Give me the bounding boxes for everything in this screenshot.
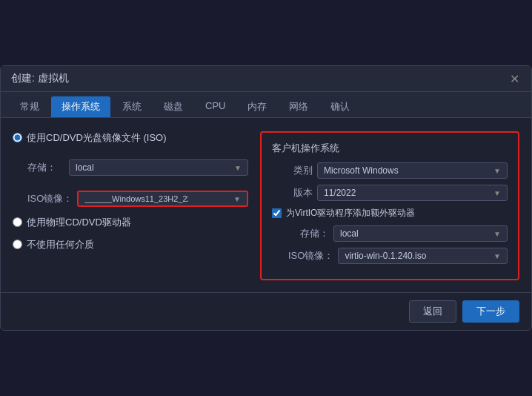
iso-image-row: ISO镜像： ______Windows11_23H2_2263' ▼: [27, 191, 248, 207]
os-version-label: 版本: [272, 186, 313, 199]
iso-field-label: ISO镜像：: [27, 192, 73, 205]
os-type-select[interactable]: Microsoft Windows ▼: [317, 162, 508, 179]
tab-cpu[interactable]: CPU: [195, 96, 236, 117]
iso-image-value: ______Windows11_23H2_2263': [84, 194, 188, 203]
virtio-iso-select[interactable]: virtio-win-0.1.240.iso ▼: [338, 248, 508, 264]
os-version-row: 版本 11/2022 ▼: [272, 185, 508, 201]
storage-select[interactable]: local ▼: [69, 159, 248, 176]
close-button[interactable]: ✕: [508, 72, 521, 85]
tab-general[interactable]: 常规: [10, 96, 50, 117]
tab-disk[interactable]: 磁盘: [153, 96, 193, 117]
tab-os[interactable]: 操作系统: [51, 96, 110, 117]
virtio-storage-row: 存储： local ▼: [288, 225, 508, 242]
os-version-arrow-icon: ▼: [493, 189, 501, 197]
os-type-value: Microsoft Windows: [324, 165, 399, 176]
virtio-checkbox-row[interactable]: 为VirtIO驱动程序添加额外驱动器: [272, 207, 508, 220]
physical-cd-option[interactable]: 使用物理CD/DVD驱动器: [13, 216, 248, 229]
os-type-label: 类别: [272, 164, 313, 177]
no-media-option[interactable]: 不使用任何介质: [13, 238, 248, 251]
right-panel: 客户机操作系统 类别 Microsoft Windows ▼ 版本 11/202…: [260, 131, 519, 280]
back-button[interactable]: 返回: [409, 300, 456, 323]
titlebar: 创建: 虚拟机 ✕: [1, 66, 531, 92]
storage-value: local: [76, 162, 94, 173]
virtio-iso-row: ISO镜像： virtio-win-0.1.240.iso ▼: [288, 248, 508, 264]
right-panel-title: 客户机操作系统: [272, 142, 508, 155]
storage-row: 存储： local ▼: [27, 159, 248, 176]
tab-memory[interactable]: 内存: [237, 96, 277, 117]
iso-option[interactable]: 使用CD/DVD光盘镜像文件 (ISO): [13, 131, 248, 145]
os-version-value: 11/2022: [324, 188, 356, 198]
tab-system[interactable]: 系统: [112, 96, 152, 117]
next-button[interactable]: 下一步: [462, 300, 519, 323]
media-radio-group: 使用CD/DVD光盘镜像文件 (ISO) 存储： local ▼ ISO镜像： …: [13, 131, 248, 251]
virtio-iso-arrow-icon: ▼: [493, 252, 501, 260]
no-media-label: 不使用任何介质: [27, 238, 94, 251]
virtio-checkbox-label: 为VirtIO驱动程序添加额外驱动器: [286, 207, 415, 220]
storage-label: 存储：: [27, 161, 64, 174]
iso-image-arrow-icon: ▼: [233, 195, 241, 203]
os-type-arrow-icon: ▼: [493, 167, 501, 175]
iso-option-label: 使用CD/DVD光盘镜像文件 (ISO): [27, 131, 167, 145]
virtio-checkbox[interactable]: [272, 208, 282, 218]
tab-confirm[interactable]: 确认: [320, 96, 360, 117]
storage-arrow-icon: ▼: [234, 164, 242, 172]
window-title: 创建: 虚拟机: [11, 72, 69, 85]
os-version-select[interactable]: 11/2022 ▼: [317, 185, 508, 201]
virtio-storage-arrow-icon: ▼: [493, 230, 501, 238]
virtio-iso-value: virtio-win-0.1.240.iso: [345, 251, 426, 261]
tab-bar: 常规 操作系统 系统 磁盘 CPU 内存 网络 确认: [1, 92, 531, 118]
left-panel: 使用CD/DVD光盘镜像文件 (ISO) 存储： local ▼ ISO镜像： …: [13, 131, 260, 280]
virtio-storage-value: local: [340, 228, 359, 239]
physical-cd-radio[interactable]: [13, 217, 22, 227]
iso-radio[interactable]: [13, 133, 22, 142]
footer: 返回 下一步: [1, 292, 531, 330]
virtio-storage-label: 存储：: [288, 227, 329, 240]
iso-image-select[interactable]: ______Windows11_23H2_2263' ▼: [77, 191, 248, 207]
main-window: 创建: 虚拟机 ✕ 常规 操作系统 系统 磁盘 CPU 内存 网络 确认 使用C…: [0, 65, 532, 331]
physical-cd-label: 使用物理CD/DVD驱动器: [27, 216, 131, 229]
virtio-iso-label: ISO镜像：: [288, 249, 333, 263]
content-area: 使用CD/DVD光盘镜像文件 (ISO) 存储： local ▼ ISO镜像： …: [1, 118, 531, 292]
os-type-row: 类别 Microsoft Windows ▼: [272, 162, 508, 179]
virtio-storage-select[interactable]: local ▼: [333, 225, 508, 242]
no-media-radio[interactable]: [13, 240, 22, 249]
tab-network[interactable]: 网络: [279, 96, 319, 117]
